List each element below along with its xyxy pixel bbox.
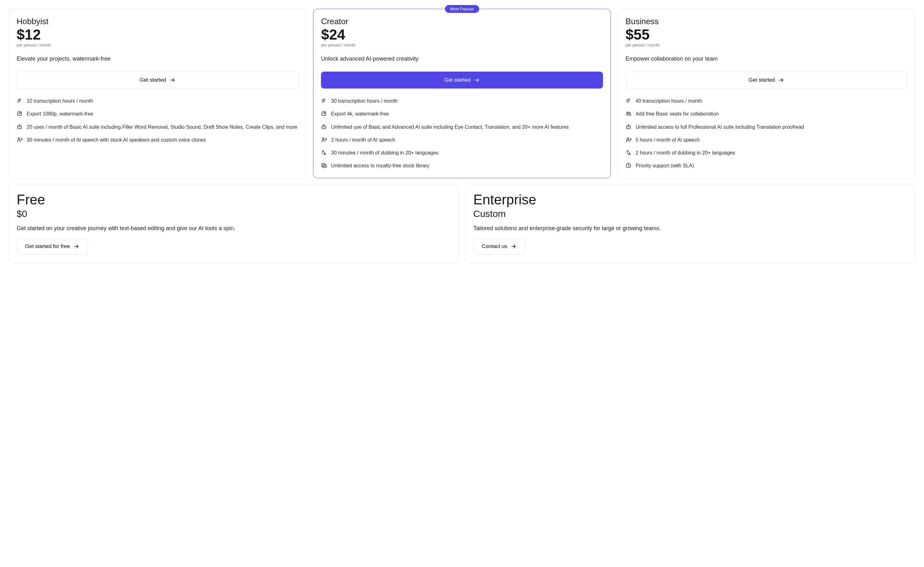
clock-icon	[626, 163, 631, 168]
plan-card-enterprise: Enterprise Custom Tailored solutions and…	[466, 184, 915, 263]
feature-item: 2 hours / month of dubbing in 20+ langua…	[626, 149, 907, 156]
button-label: Contact us	[482, 243, 507, 250]
stock-icon	[321, 163, 327, 168]
feature-item: Unlimited access to full Professional AI…	[626, 123, 907, 130]
feature-text: Unlimited access to royalty-free stock l…	[331, 162, 429, 169]
get-started-button[interactable]: Get started	[626, 72, 907, 88]
plan-tagline: Tailored solutions and enterprise-grade …	[473, 225, 873, 232]
feature-text: 5 hours / month of AI speech	[636, 136, 700, 144]
feature-text: Unlimited use of Basic and Advanced AI s…	[331, 123, 568, 130]
feature-item: Unlimited use of Basic and Advanced AI s…	[321, 123, 603, 130]
plan-period: per person / month	[321, 43, 603, 47]
feature-item: 5 hours / month of AI speech	[626, 136, 907, 144]
transcription-icon	[17, 98, 22, 104]
plan-price: $55	[626, 27, 907, 42]
feature-list: 40 transcription hours / monthAdd free B…	[626, 98, 907, 169]
feature-text: 2 hours / month of dubbing in 20+ langua…	[636, 149, 735, 156]
feature-text: Add free Basic seats for collaboration	[636, 110, 719, 117]
feature-item: Priority support (with SLA)	[626, 162, 907, 169]
dubbing-icon	[626, 150, 631, 155]
feature-item: 2 hours / month of AI speech	[321, 136, 603, 144]
plan-name: Creator	[321, 16, 603, 26]
plan-card-hobbyist: Hobbyist $12 per person / month Elevate …	[9, 9, 306, 178]
plan-name: Enterprise	[473, 192, 907, 207]
plan-price: $24	[321, 27, 603, 42]
contact-us-button[interactable]: Contact us	[473, 238, 525, 254]
top-pricing-row: Hobbyist $12 per person / month Elevate …	[9, 9, 915, 178]
feature-text: 30 minutes / month of dubbing in 20+ lan…	[331, 149, 439, 156]
feature-list: 30 transcription hours / monthExport 4k,…	[321, 98, 603, 169]
get-started-free-button[interactable]: Get started for free	[17, 238, 88, 254]
transcription-icon	[626, 98, 631, 104]
plan-name: Business	[626, 16, 907, 26]
plan-period: per person / month	[17, 43, 298, 47]
most-popular-badge: Most Popular	[445, 5, 479, 13]
arrow-right-icon	[510, 243, 517, 250]
feature-item: 20 uses / month of Basic AI suite includ…	[17, 123, 298, 130]
plan-tagline: Empower collaboration on your team	[626, 56, 907, 62]
arrow-right-icon	[473, 77, 480, 83]
feature-item: 40 transcription hours / month	[626, 98, 907, 105]
export-icon	[321, 111, 327, 117]
get-started-button[interactable]: Get started	[17, 72, 298, 88]
feature-item: Export 1080p, watermark-free	[17, 110, 298, 117]
speech-icon	[626, 137, 631, 142]
feature-text: 30 transcription hours / month	[331, 98, 398, 105]
plan-card-business: Business $55 per person / month Empower …	[618, 9, 915, 178]
button-label: Get started	[140, 77, 166, 83]
transcription-icon	[321, 98, 327, 104]
dubbing-icon	[321, 150, 327, 155]
feature-list: 10 transcription hours / monthExport 108…	[17, 98, 298, 144]
plan-tagline: Get started on your creative journey wit…	[17, 225, 416, 232]
feature-item: Add free Basic seats for collaboration	[626, 110, 907, 117]
plan-name: Hobbyist	[17, 16, 298, 26]
feature-item: Export 4k, watermark-free	[321, 110, 603, 117]
feature-text: 10 transcription hours / month	[27, 98, 93, 105]
plan-tagline: Elevate your projects, watermark-free	[17, 56, 298, 62]
ai-icon	[626, 124, 631, 130]
plan-tagline: Unlock advanced AI-powered creativity	[321, 56, 603, 62]
ai-icon	[321, 124, 327, 130]
plan-price: Custom	[473, 208, 907, 219]
plan-card-creator: Most Popular Creator $24 per person / mo…	[313, 9, 610, 178]
feature-text: 40 transcription hours / month	[636, 98, 702, 105]
feature-text: Unlimited access to full Professional AI…	[636, 123, 804, 130]
arrow-right-icon	[169, 77, 176, 83]
arrow-right-icon	[778, 77, 784, 83]
seats-icon	[626, 111, 631, 117]
speech-icon	[321, 137, 327, 142]
feature-text: 2 hours / month of AI speech	[331, 136, 395, 144]
plan-period: per person / month	[626, 43, 907, 47]
speech-icon	[17, 137, 22, 142]
plan-price: $12	[17, 27, 298, 42]
feature-item: 30 minutes / month of dubbing in 20+ lan…	[321, 149, 603, 156]
export-icon	[17, 111, 22, 117]
feature-text: Export 1080p, watermark-free	[27, 110, 93, 117]
plan-price: $0	[17, 208, 451, 219]
button-label: Get started	[748, 77, 775, 83]
feature-text: Export 4k, watermark-free	[331, 110, 389, 117]
feature-item: Unlimited access to royalty-free stock l…	[321, 162, 603, 169]
feature-text: 30 minutes / month of AI speech with sto…	[27, 136, 206, 144]
bottom-pricing-row: Free $0 Get started on your creative jou…	[9, 184, 915, 263]
button-label: Get started for free	[25, 243, 70, 250]
feature-item: 30 minutes / month of AI speech with sto…	[17, 136, 298, 144]
feature-item: 30 transcription hours / month	[321, 98, 603, 105]
button-label: Get started	[444, 77, 470, 83]
feature-text: Priority support (with SLA)	[636, 162, 694, 169]
plan-name: Free	[17, 192, 451, 207]
arrow-right-icon	[73, 243, 80, 250]
get-started-button[interactable]: Get started	[321, 72, 603, 88]
feature-item: 10 transcription hours / month	[17, 98, 298, 105]
feature-text: 20 uses / month of Basic AI suite includ…	[27, 123, 297, 130]
ai-icon	[17, 124, 22, 130]
plan-card-free: Free $0 Get started on your creative jou…	[9, 184, 458, 263]
